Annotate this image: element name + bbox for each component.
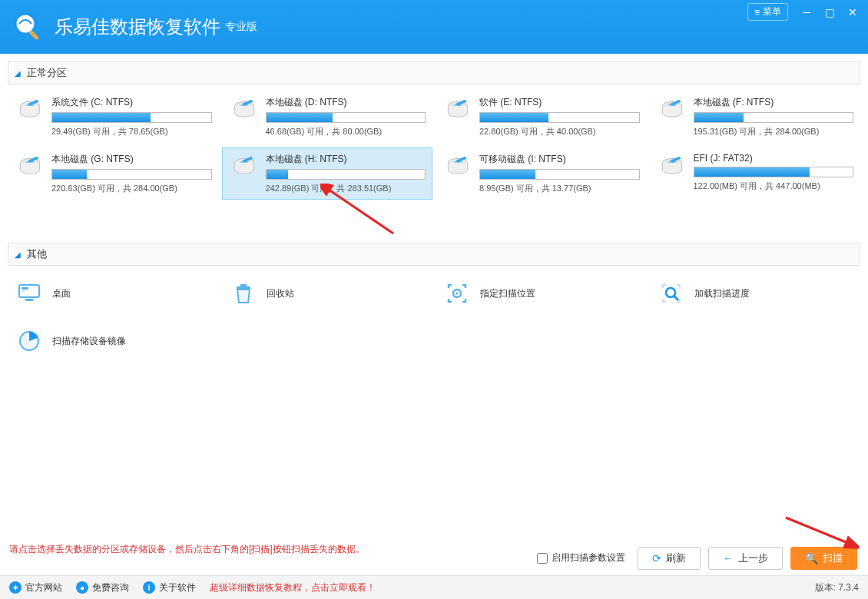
partition-stats: 242.89(GB) 可用，共 283.51(GB) xyxy=(266,183,426,194)
partition-card-2[interactable]: 软件 (E: NTFS)22.80(GB) 可用，共 40.00(GB) xyxy=(436,91,647,143)
globe-icon: ✦ xyxy=(9,581,22,594)
svg-rect-20 xyxy=(22,290,25,292)
disk-icon xyxy=(229,153,260,184)
partition-body: 系统文件 (C: NTFS)29.49(GB) 可用，共 78.65(GB) xyxy=(51,96,212,137)
enable-params-input[interactable] xyxy=(537,553,548,564)
partition-card-1[interactable]: 本地磁盘 (D: NTFS)46.68(GB) 可用，共 80.00(GB) xyxy=(222,91,433,143)
partition-stats: 220.63(GB) 可用，共 284.00(GB) xyxy=(51,183,212,194)
collapse-icon: ◢ xyxy=(15,69,21,78)
other-item-desktop[interactable]: 桌面 xyxy=(8,272,219,315)
collapse-icon: ◢ xyxy=(15,250,21,259)
other-label: 指定扫描位置 xyxy=(480,287,535,300)
usage-bar xyxy=(51,169,212,180)
other-label: 回收站 xyxy=(267,287,294,300)
partition-card-7[interactable]: EFI (J: FAT32)122.00(MB) 可用，共 447.00(MB) xyxy=(650,147,861,200)
partition-stats: 29.49(GB) 可用，共 78.65(GB) xyxy=(51,126,212,137)
partition-name: 本地磁盘 (G: NTFS) xyxy=(51,153,212,166)
partition-card-4[interactable]: 本地磁盘 (G: NTFS)220.63(GB) 可用，共 284.00(GB) xyxy=(8,147,219,200)
chat-icon: ● xyxy=(76,581,88,594)
official-site-link[interactable]: ✦官方网站 xyxy=(9,581,62,594)
partition-stats: 195.31(GB) 可用，共 284.00(GB) xyxy=(694,126,854,137)
partition-body: 本地磁盘 (H: NTFS)242.89(GB) 可用，共 283.51(GB) xyxy=(266,153,426,194)
svg-rect-21 xyxy=(25,299,33,301)
app-subtitle: 专业版 xyxy=(225,20,257,34)
disk-icon xyxy=(442,153,473,184)
enable-params-label: 启用扫描参数设置 xyxy=(552,551,625,564)
usage-bar xyxy=(694,112,854,123)
partitions-title: 正常分区 xyxy=(27,66,67,80)
app-title: 乐易佳数据恢复软件 xyxy=(55,15,220,39)
refresh-label: 刷新 xyxy=(666,551,686,565)
others-title: 其他 xyxy=(27,247,47,261)
prev-button[interactable]: ← 上一步 xyxy=(708,547,783,570)
site-label: 官方网站 xyxy=(25,581,62,594)
refresh-button[interactable]: ⟳ 刷新 xyxy=(638,547,701,570)
section-header-others[interactable]: ◢ 其他 xyxy=(8,243,860,266)
partition-name: 本地磁盘 (H: NTFS) xyxy=(266,153,426,166)
other-label: 加载扫描进度 xyxy=(694,287,750,300)
section-header-partitions[interactable]: ◢ 正常分区 xyxy=(8,61,860,84)
info-icon: i xyxy=(143,581,155,594)
partition-body: 软件 (E: NTFS)22.80(GB) 可用，共 40.00(GB) xyxy=(479,96,640,137)
svg-rect-19 xyxy=(22,287,28,290)
usage-bar xyxy=(694,167,854,177)
other-item-target[interactable]: 指定扫描位置 xyxy=(436,272,647,315)
usage-bar xyxy=(266,169,426,180)
partition-stats: 122.00(MB) 可用，共 447.00(MB) xyxy=(694,180,854,192)
consult-link[interactable]: ●免费咨询 xyxy=(76,581,129,594)
partition-card-0[interactable]: 系统文件 (C: NTFS)29.49(GB) 可用，共 78.65(GB) xyxy=(8,91,219,143)
partition-card-6[interactable]: 可移动磁盘 (I: NTFS)8.95(GB) 可用，共 13.77(GB) xyxy=(436,147,647,200)
window-controls: ≡ 菜单 ─ ▢ ✕ xyxy=(747,3,863,21)
prev-label: 上一步 xyxy=(738,551,768,565)
partition-name: 可移动磁盘 (I: NTFS) xyxy=(479,153,640,166)
desktop-icon xyxy=(14,278,45,309)
partition-stats: 8.95(GB) 可用，共 13.77(GB) xyxy=(479,183,640,194)
disk-icon xyxy=(657,153,687,184)
usage-bar xyxy=(266,112,426,123)
partitions-grid: 系统文件 (C: NTFS)29.49(GB) 可用，共 78.65(GB)本地… xyxy=(8,84,860,204)
arrow-left-icon: ← xyxy=(723,552,734,564)
partition-name: 软件 (E: NTFS) xyxy=(479,96,640,109)
enable-params-checkbox[interactable]: 启用扫描参数设置 xyxy=(537,551,625,564)
svg-line-27 xyxy=(674,296,678,300)
about-link[interactable]: i关于软件 xyxy=(143,581,196,594)
other-item-pie[interactable]: 扫描存储设备镜像 xyxy=(8,319,219,362)
refresh-icon: ⟳ xyxy=(652,552,661,564)
partition-name: 本地磁盘 (D: NTFS) xyxy=(266,96,426,109)
svg-rect-22 xyxy=(237,286,250,290)
scan-button[interactable]: 🔍 扫描 xyxy=(790,547,857,570)
disk-icon xyxy=(657,96,687,127)
partition-body: 可移动磁盘 (I: NTFS)8.95(GB) 可用，共 13.77(GB) xyxy=(479,153,640,194)
disk-icon xyxy=(442,96,473,127)
partition-name: 本地磁盘 (F: NTFS) xyxy=(694,96,854,109)
menu-button[interactable]: ≡ 菜单 xyxy=(747,3,788,21)
maximize-button[interactable]: ▢ xyxy=(819,5,840,20)
other-item-search-zoom[interactable]: 加载扫描进度 xyxy=(650,272,861,315)
disk-icon xyxy=(229,96,260,127)
statusbar: ✦官方网站 ●免费咨询 i关于软件 超级详细数据恢复教程，点击立即观看！ 版本:… xyxy=(0,576,868,599)
consult-label: 免费咨询 xyxy=(92,581,129,594)
app-logo-icon xyxy=(12,10,45,44)
recycle-icon xyxy=(228,278,259,309)
partition-card-5[interactable]: 本地磁盘 (H: NTFS)242.89(GB) 可用，共 283.51(GB) xyxy=(222,147,433,200)
others-grid: 桌面回收站指定扫描位置加载扫描进度扫描存储设备镜像 xyxy=(8,266,860,369)
other-label: 桌面 xyxy=(52,287,71,300)
other-item-recycle[interactable]: 回收站 xyxy=(222,272,433,315)
minimize-button[interactable]: ─ xyxy=(796,5,817,20)
target-icon xyxy=(442,278,472,309)
bottom-bar: 启用扫描参数设置 ⟳ 刷新 ← 上一步 🔍 扫描 xyxy=(0,541,868,576)
partition-body: 本地磁盘 (D: NTFS)46.68(GB) 可用，共 80.00(GB) xyxy=(266,96,426,137)
partition-body: 本地磁盘 (G: NTFS)220.63(GB) 可用，共 284.00(GB) xyxy=(51,153,212,194)
disk-icon xyxy=(15,96,45,127)
close-button[interactable]: ✕ xyxy=(842,5,863,20)
usage-bar xyxy=(479,112,640,123)
version-text: 版本: 7.3.4 xyxy=(815,581,859,594)
titlebar: 乐易佳数据恢复软件 专业版 ≡ 菜单 ─ ▢ ✕ xyxy=(0,0,868,54)
partition-name: 系统文件 (C: NTFS) xyxy=(51,96,212,109)
pie-icon xyxy=(14,326,45,356)
scan-label: 扫描 xyxy=(823,551,843,565)
search-zoom-icon xyxy=(656,278,687,309)
tutorial-link[interactable]: 超级详细数据恢复教程，点击立即观看！ xyxy=(210,581,376,594)
main-content: ◢ 正常分区 系统文件 (C: NTFS)29.49(GB) 可用，共 78.6… xyxy=(0,54,868,530)
partition-card-3[interactable]: 本地磁盘 (F: NTFS)195.31(GB) 可用，共 284.00(GB) xyxy=(650,91,861,143)
